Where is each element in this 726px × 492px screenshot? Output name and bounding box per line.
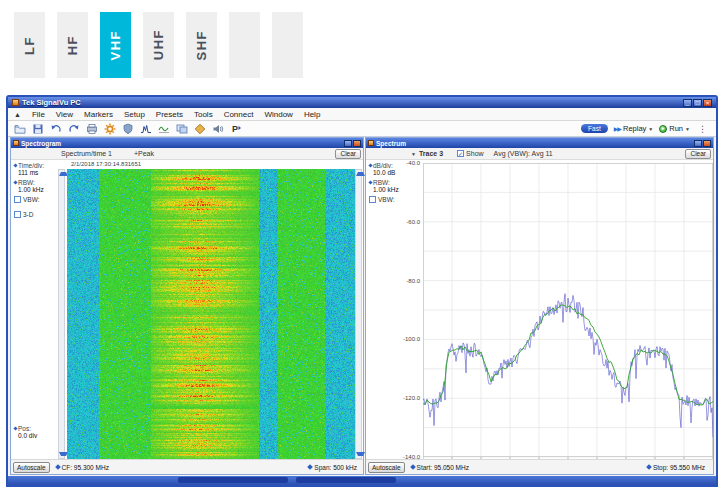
tab-lf[interactable]: LF <box>14 12 45 78</box>
rbw-setting[interactable]: RBW: 1.00 kHz <box>14 179 58 193</box>
svg-text:P: P <box>232 124 238 134</box>
spectrum-titlebar[interactable]: Spectrum <box>366 138 713 148</box>
rbw-setting[interactable]: RBW: 1.00 kHz <box>369 179 406 193</box>
scroll-up-icon[interactable] <box>356 172 365 176</box>
run-button[interactable]: ▸ Run ▼ <box>659 124 690 133</box>
span-value[interactable]: 500 kHz <box>333 464 357 471</box>
app-menu-icon[interactable]: ▲ <box>14 111 21 118</box>
chevron-down-icon: ▼ <box>685 126 690 132</box>
spectrogram-sidebar: Time/div: 111 ms RBW: 1.00 kHz VBW: <box>11 160 58 460</box>
vbw-checkbox[interactable] <box>14 196 21 203</box>
spectrogram-header: Spectrum/time 1 +Peak Clear <box>11 148 363 160</box>
tab-hf[interactable]: HF <box>57 12 88 78</box>
y-axis-tick-label: -60.0 <box>398 219 420 225</box>
menu-tools[interactable]: Tools <box>194 110 213 119</box>
clear-button[interactable]: Clear <box>685 149 711 159</box>
status-segment <box>296 477 396 483</box>
panel-close-icon[interactable] <box>703 140 711 147</box>
marker-p-icon[interactable]: P <box>229 122 242 135</box>
signalvu-window: Tek SignalVu PC _ □ × ▲ FileViewMarkersS… <box>6 95 718 487</box>
more-options-icon[interactable]: ⋮ <box>698 124 707 134</box>
menu-bar: ▲ FileViewMarkersSetupPresetsToolsConnec… <box>8 108 716 121</box>
status-segment <box>178 477 288 483</box>
trace-selector[interactable]: Trace 3 <box>419 150 443 157</box>
menu-window[interactable]: Window <box>264 110 292 119</box>
stop-value[interactable]: 95.550 MHz <box>670 464 705 471</box>
spectrum-plot[interactable] <box>423 163 713 465</box>
tab-vhf[interactable]: VHF <box>100 12 131 78</box>
shield-icon[interactable] <box>121 122 134 135</box>
panel-icon <box>368 140 374 146</box>
settings-gear-icon[interactable] <box>103 122 116 135</box>
window-titlebar[interactable]: Tek SignalVu PC _ □ × <box>8 97 716 108</box>
y-axis-tick-label: -40.0 <box>398 160 420 166</box>
menu-presets[interactable]: Presets <box>156 110 183 119</box>
show-checkbox[interactable]: ✓ <box>457 150 464 157</box>
redo-icon[interactable] <box>67 122 80 135</box>
trace-function[interactable]: Avg (VBW): Avg 11 <box>494 150 553 157</box>
marker-diamond-icon <box>307 464 313 470</box>
vbw-checkbox[interactable] <box>369 196 376 203</box>
menu-view[interactable]: View <box>56 110 73 119</box>
panel-maximize-icon[interactable] <box>344 140 352 147</box>
tab-label: LF <box>22 36 37 55</box>
toolbar-icons: P <box>13 122 242 135</box>
scroll-down-icon[interactable] <box>356 452 365 456</box>
close-icon[interactable]: × <box>703 99 712 107</box>
autoscale-button[interactable]: Autoscale <box>13 462 50 473</box>
spectrogram-right-scrollbar[interactable] <box>355 169 362 459</box>
spectrum-icon[interactable] <box>139 122 152 135</box>
print-icon[interactable] <box>85 122 98 135</box>
3d-checkbox[interactable] <box>14 211 21 218</box>
frequency-tab-strip: LFHFVHFUHFSHF <box>14 12 303 78</box>
minimize-icon[interactable]: _ <box>683 99 692 107</box>
audio-icon[interactable] <box>211 122 224 135</box>
tab-uhf[interactable]: UHF <box>143 12 174 78</box>
menu-setup[interactable]: Setup <box>124 110 145 119</box>
marker-diamond-icon <box>55 464 61 470</box>
marker-diamond-icon <box>13 163 17 167</box>
trace-math-icon[interactable] <box>157 122 170 135</box>
spectrogram-bottom-bar: Autoscale CF: 95.300 MHz Span: 500 kHz <box>11 459 363 474</box>
menu-file[interactable]: File <box>32 110 45 119</box>
undo-icon[interactable] <box>49 122 62 135</box>
y-axis-tick-label: -120.0 <box>398 395 420 401</box>
spectrogram-timestamp: 2/1/2018 17:30:14.831651 <box>71 161 141 167</box>
tab-empty-6[interactable] <box>272 12 303 78</box>
presets-icon[interactable] <box>193 122 206 135</box>
panel-close-icon[interactable] <box>353 140 361 147</box>
replay-button[interactable]: ▶▶ Replay ▼ <box>614 124 654 133</box>
trace-selector[interactable]: Spectrum/time 1 <box>61 150 112 157</box>
marker-diamond-icon <box>368 163 372 167</box>
overlay-icon[interactable] <box>175 122 188 135</box>
spectrum-bottom-bar: Autoscale Start: 95.050 MHz Stop: 95.550… <box>366 459 713 474</box>
open-folder-icon[interactable] <box>13 122 26 135</box>
spectrogram-titlebar[interactable]: Spectrogram <box>11 138 363 148</box>
spectrum-panel: Spectrum ▼ Trace 3 ✓ Show Avg (VBW): Avg… <box>365 137 714 475</box>
detection-mode[interactable]: +Peak <box>134 150 154 157</box>
start-value[interactable]: 95.050 MHz <box>434 464 469 471</box>
cf-value[interactable]: 95.300 MHz <box>74 464 109 471</box>
pos-setting[interactable]: Pos: 0.0 div <box>14 425 37 439</box>
tab-empty-5[interactable] <box>229 12 260 78</box>
y-axis-tick-label: -100.0 <box>398 336 420 342</box>
marker-diamond-icon <box>368 180 372 184</box>
fast-button[interactable]: Fast <box>581 124 608 133</box>
spectrogram-left-scrollbar[interactable] <box>58 169 65 459</box>
menu-markers[interactable]: Markers <box>84 110 113 119</box>
panel-maximize-icon[interactable] <box>694 140 702 147</box>
marker-diamond-icon <box>13 180 17 184</box>
maximize-icon[interactable]: □ <box>693 99 702 107</box>
autoscale-button[interactable]: Autoscale <box>368 462 405 473</box>
save-icon[interactable] <box>31 122 44 135</box>
toolbar: P Fast ▶▶ Replay ▼ ▸ Run ▼ ⋮ <box>8 121 716 137</box>
panel-icon <box>13 140 19 146</box>
clear-button[interactable]: Clear <box>335 149 361 159</box>
3d-checkbox-row: 3-D <box>14 211 58 218</box>
time-div-setting[interactable]: Time/div: 111 ms <box>14 162 58 176</box>
menu-help[interactable]: Help <box>304 110 320 119</box>
tab-shf[interactable]: SHF <box>186 12 217 78</box>
spectrogram-plot[interactable] <box>67 169 355 463</box>
menu-connect[interactable]: Connect <box>224 110 254 119</box>
tab-label: SHF <box>194 30 209 61</box>
